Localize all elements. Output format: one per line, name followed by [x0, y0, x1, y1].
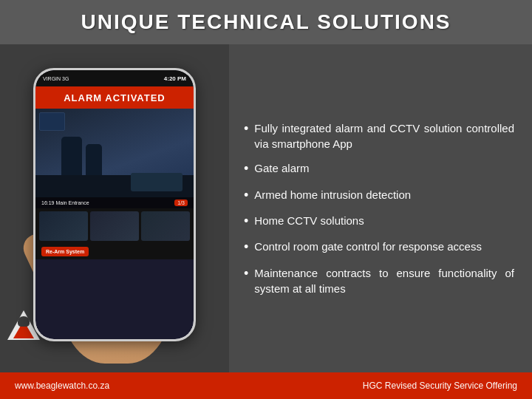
network-indicator: VIRGIN 3G: [43, 76, 69, 81]
slide-title: UNIQUE TECHNICAL SOLUTIONS: [81, 10, 451, 33]
content-area: VIRGIN 3G 4:20 PM ALARM ACTIVATED: [0, 44, 532, 372]
left-panel: VIRGIN 3G 4:20 PM ALARM ACTIVATED: [0, 44, 229, 372]
bullet-dot-5: •: [244, 239, 248, 256]
bullet-dot-2: •: [244, 160, 248, 177]
phone-bottom-bar: Re-Arm System: [35, 244, 194, 259]
phone-container: VIRGIN 3G 4:20 PM ALARM ACTIVATED: [33, 68, 196, 341]
slide-header: UNIQUE TECHNICAL SOLUTIONS: [0, 0, 532, 44]
re-arm-button[interactable]: Re-Arm System: [41, 247, 89, 256]
bullet-text-1: Fully integrated alarm and CCTV solution…: [254, 120, 514, 151]
bullet-item-5: • Control room gate control for response…: [244, 239, 514, 256]
footer: www.beaglewatch.co.za HGC Revised Securi…: [0, 372, 532, 399]
bullet-text-3: Armed home intrusion detection: [254, 187, 411, 202]
footer-website: www.beaglewatch.co.za: [15, 381, 109, 391]
bullet-item-4: • Home CCTV solutions: [244, 213, 514, 230]
counter-badge: 1/3: [174, 200, 188, 206]
slide: UNIQUE TECHNICAL SOLUTIONS VIRGIN 3G 4: [0, 0, 532, 399]
location-bar: 16:19 Main Entrance 1/3: [35, 197, 194, 208]
bullet-text-5: Control room gate control for response a…: [254, 239, 482, 254]
bullet-dot-1: •: [244, 120, 248, 137]
bullet-item-6: • Maintenance contracts to ensure functi…: [244, 265, 514, 296]
phone-status-bar: VIRGIN 3G 4:20 PM: [35, 70, 194, 86]
time-display: 4:20 PM: [164, 75, 186, 82]
bullet-dot-6: •: [244, 265, 248, 282]
camera-feed: [35, 109, 194, 197]
thumb-3: [141, 211, 190, 241]
bullet-dot-4: •: [244, 213, 248, 230]
bullet-item-2: • Gate alarm: [244, 160, 514, 177]
alarm-text: ALARM ACTIVATED: [64, 92, 166, 103]
location-text: 16:19 Main Entrance: [41, 200, 89, 205]
right-panel: • Fully integrated alarm and CCTV soluti…: [229, 44, 532, 372]
bullet-text-6: Maintenance contracts to ensure function…: [254, 265, 514, 296]
bullet-item-3: • Armed home intrusion detection: [244, 187, 514, 204]
thumb-2: [90, 211, 139, 241]
footer-description: HGC Revised Security Service Offering: [363, 381, 517, 391]
bullet-dot-3: •: [244, 187, 248, 204]
thumb-1: [39, 211, 88, 241]
bullet-text-2: Gate alarm: [254, 160, 309, 176]
bullet-item-1: • Fully integrated alarm and CCTV soluti…: [244, 120, 514, 151]
alarm-banner: ALARM ACTIVATED: [35, 86, 194, 109]
bullet-text-4: Home CCTV solutions: [254, 213, 364, 228]
thumbnails-row: [35, 208, 194, 244]
